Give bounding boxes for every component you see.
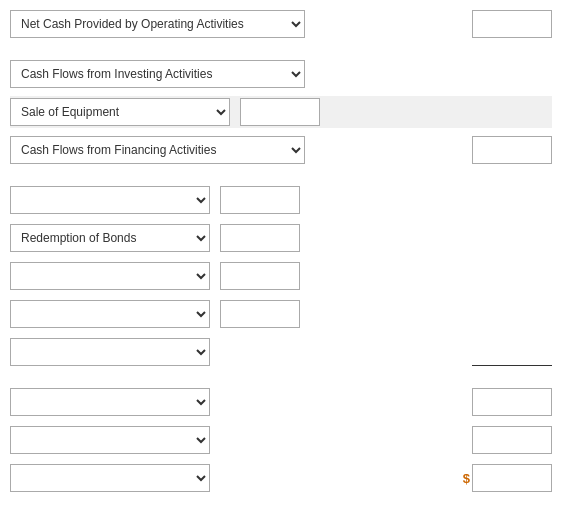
row-dollar: $ (10, 462, 552, 494)
net-cash-input[interactable] (472, 10, 552, 38)
financing-select[interactable]: Cash Flows from Financing Activities (10, 136, 305, 164)
gap1 (10, 46, 552, 58)
redemption-input[interactable] (220, 224, 300, 252)
row-sale-equipment: Sale of Equipment (10, 96, 552, 128)
row-financing: Cash Flows from Financing Activities (10, 134, 552, 166)
dollar-select[interactable] (10, 464, 210, 492)
empty1-select[interactable] (10, 186, 210, 214)
row-empty1 (10, 184, 552, 216)
underline-select[interactable] (10, 338, 210, 366)
empty4-input[interactable] (472, 388, 552, 416)
sale-equipment-input[interactable] (240, 98, 320, 126)
gap3 (10, 374, 552, 386)
dollar-input[interactable] (472, 464, 552, 492)
empty3-input[interactable] (220, 300, 300, 328)
net-cash-select[interactable]: Net Cash Provided by Operating Activitie… (10, 10, 305, 38)
empty5-select[interactable] (10, 426, 210, 454)
empty2-input[interactable] (220, 262, 300, 290)
redemption-select[interactable]: Redemption of Bonds (10, 224, 210, 252)
empty4-select[interactable] (10, 388, 210, 416)
row-empty3 (10, 298, 552, 330)
main-container: Net Cash Provided by Operating Activitie… (0, 0, 562, 508)
row-empty5 (10, 424, 552, 456)
row-net-cash: Net Cash Provided by Operating Activitie… (10, 8, 552, 40)
row-empty4 (10, 386, 552, 418)
empty1-input[interactable] (220, 186, 300, 214)
empty5-input[interactable] (472, 426, 552, 454)
gap2 (10, 172, 552, 184)
row-underline (10, 336, 552, 368)
empty2-select[interactable] (10, 262, 210, 290)
row-empty2 (10, 260, 552, 292)
financing-input[interactable] (472, 136, 552, 164)
sale-equipment-select[interactable]: Sale of Equipment (10, 98, 230, 126)
underline-input[interactable] (472, 338, 552, 366)
row-redemption: Redemption of Bonds (10, 222, 552, 254)
empty3-select[interactable] (10, 300, 210, 328)
row-investing: Cash Flows from Investing Activities (10, 58, 552, 90)
dollar-sign: $ (463, 471, 470, 486)
investing-select[interactable]: Cash Flows from Investing Activities (10, 60, 305, 88)
